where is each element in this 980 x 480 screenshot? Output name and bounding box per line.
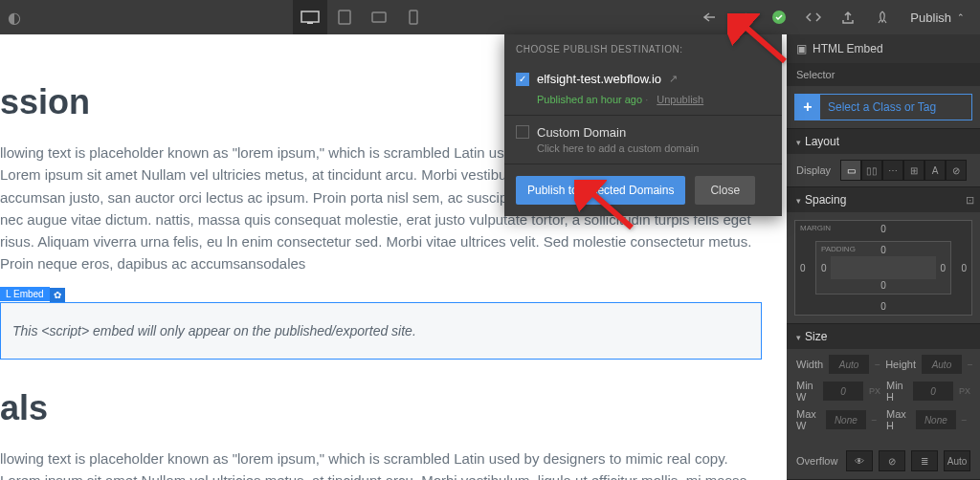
close-button[interactable]: Close — [695, 176, 755, 205]
maxw-unit[interactable]: – — [872, 415, 880, 425]
external-link-icon[interactable]: ↗ — [669, 73, 678, 85]
height-label: Height — [885, 359, 916, 370]
display-row: Display ▭ ▯▯ ⋯ ⊞ A ⊘ — [787, 154, 980, 186]
domain-name: elfsight-test.webflow.io — [537, 72, 661, 86]
margin-left[interactable]: 0 — [800, 263, 806, 273]
margin-label: MARGIN — [800, 224, 831, 232]
style-panel: ✎ ✿ ◆◇ ⚡ ▣ HTML Embed Selector + Select … — [787, 0, 980, 480]
size-section-header[interactable]: ▾Size — [787, 323, 980, 349]
device-desktop[interactable] — [293, 0, 327, 34]
padding-label: PADDING — [821, 245, 856, 253]
minh-input[interactable] — [913, 382, 953, 401]
undo-icon[interactable] — [694, 0, 726, 34]
paragraph-2[interactable]: llowing text is placeholder known as "lo… — [0, 447, 771, 481]
minw-label: Min W — [796, 380, 817, 403]
spacing-link-icon[interactable]: ⊡ — [966, 194, 974, 207]
maxh-label: Max H — [886, 408, 910, 431]
overflow-row: Overflow 👁 ⊘ ≣ Auto — [787, 443, 980, 479]
display-block[interactable]: ▭ — [840, 160, 861, 181]
margin-bottom[interactable]: 0 — [880, 301, 886, 312]
domain-checkbox[interactable]: ✓ — [516, 73, 529, 86]
display-flex[interactable]: ⊞ — [903, 160, 924, 181]
minh-label: Min H — [886, 380, 907, 403]
custom-domain-row[interactable]: Custom Domain Click here to add a custom… — [504, 115, 782, 164]
redo-icon[interactable] — [728, 0, 761, 34]
toolbar-actions: Publish ⌃ — [694, 0, 980, 34]
height-input[interactable] — [922, 355, 962, 374]
overflow-label: Overflow — [796, 455, 840, 467]
minw-input[interactable] — [823, 382, 863, 401]
layout-section-header[interactable]: ▾Layout — [787, 128, 980, 154]
maxw-label: Max W — [796, 408, 820, 431]
overflow-hidden[interactable]: ⊘ — [879, 450, 905, 471]
device-switcher — [29, 0, 694, 34]
spacing-editor[interactable]: MARGIN PADDING 0 0 0 0 0 0 0 0 — [794, 220, 972, 316]
add-class-button[interactable]: + — [795, 94, 820, 120]
padding-bottom[interactable]: 0 — [880, 280, 886, 291]
publish-domain-row[interactable]: ✓ elfsight-test.webflow.io ↗ — [504, 64, 782, 94]
html-embed-badge[interactable]: L Embed — [0, 287, 50, 301]
status-ok-icon[interactable] — [763, 0, 795, 34]
display-inline-block[interactable]: ▯▯ — [861, 160, 882, 181]
margin-top[interactable]: 0 — [880, 224, 886, 234]
display-inline[interactable]: ⋯ — [882, 160, 903, 181]
display-label: Display — [796, 164, 835, 176]
minh-unit[interactable]: PX — [959, 386, 970, 396]
heading-2[interactable]: als — [0, 388, 771, 428]
publish-button[interactable]: Publish to Selected Domains — [516, 176, 685, 205]
width-unit[interactable]: – — [875, 360, 880, 369]
publish-dropdown-panel: CHOOSE PUBLISH DESTINATION: ✓ elfsight-t… — [504, 34, 782, 216]
chevron-up-icon: ⌃ — [957, 12, 965, 22]
publish-dropdown-trigger[interactable]: Publish ⌃ — [901, 0, 974, 34]
code-icon[interactable] — [797, 0, 830, 34]
device-mobile[interactable] — [396, 0, 431, 34]
maxh-unit[interactable]: – — [962, 415, 970, 425]
publish-label: Publish — [910, 11, 951, 25]
height-unit[interactable]: – — [968, 360, 972, 369]
maxh-input[interactable] — [916, 410, 956, 429]
display-none[interactable]: ⊘ — [946, 160, 967, 181]
publish-status-row: Published an hour ago · Unpublish — [504, 94, 782, 115]
overflow-visible[interactable]: 👁 — [846, 450, 873, 471]
class-selector-placeholder: Select a Class or Tag — [820, 100, 944, 114]
width-input[interactable] — [829, 355, 869, 374]
device-tablet-landscape[interactable] — [362, 0, 396, 34]
minw-unit[interactable]: PX — [869, 386, 880, 396]
svg-rect-0 — [301, 11, 319, 22]
spacing-section-header[interactable]: ▾Spacing⊡ — [787, 186, 980, 212]
overflow-auto[interactable]: Auto — [944, 450, 970, 471]
rocket-icon[interactable] — [866, 0, 899, 34]
margin-right[interactable]: 0 — [961, 263, 967, 273]
custom-domain-title: Custom Domain — [537, 125, 699, 140]
svg-rect-3 — [372, 12, 386, 22]
custom-domain-checkbox[interactable] — [516, 125, 529, 139]
maxw-input[interactable] — [826, 410, 866, 429]
overflow-scroll[interactable]: ≣ — [911, 450, 938, 471]
embed-settings-icon[interactable]: ✿ — [50, 288, 65, 302]
width-label: Width — [796, 359, 823, 370]
padding-top[interactable]: 0 — [880, 245, 886, 255]
publish-actions: Publish to Selected Domains Close — [504, 164, 782, 216]
padding-right[interactable]: 0 — [940, 263, 946, 273]
top-toolbar: ◐ Publish ⌃ — [0, 0, 980, 34]
device-tablet[interactable] — [327, 0, 362, 34]
size-controls: Width – Height – Min W PX Min H PX Max W… — [787, 349, 980, 443]
padding-left[interactable]: 0 — [821, 263, 827, 273]
export-icon[interactable] — [832, 0, 864, 34]
embed-icon: ▣ — [796, 42, 807, 55]
selected-element-row: ▣ HTML Embed — [787, 34, 980, 63]
eye-icon[interactable]: ◐ — [8, 9, 21, 27]
selector-section-title: Selector — [787, 63, 980, 86]
svg-rect-1 — [307, 22, 313, 24]
svg-rect-2 — [339, 11, 350, 24]
selected-element-name: HTML Embed — [813, 42, 883, 55]
publish-status: Published an hour ago — [537, 94, 642, 105]
publish-panel-header: CHOOSE PUBLISH DESTINATION: — [504, 34, 782, 64]
embed-placeholder-text: This <script> embed will only appear on … — [12, 323, 416, 338]
display-inline-text[interactable]: A — [924, 160, 946, 181]
html-embed-element[interactable]: This <script> embed will only appear on … — [0, 302, 762, 360]
unpublish-link[interactable]: Unpublish — [657, 94, 703, 105]
svg-rect-4 — [410, 11, 417, 24]
class-selector[interactable]: + Select a Class or Tag — [794, 94, 972, 120]
custom-domain-subtitle: Click here to add a custom domain — [537, 142, 699, 154]
